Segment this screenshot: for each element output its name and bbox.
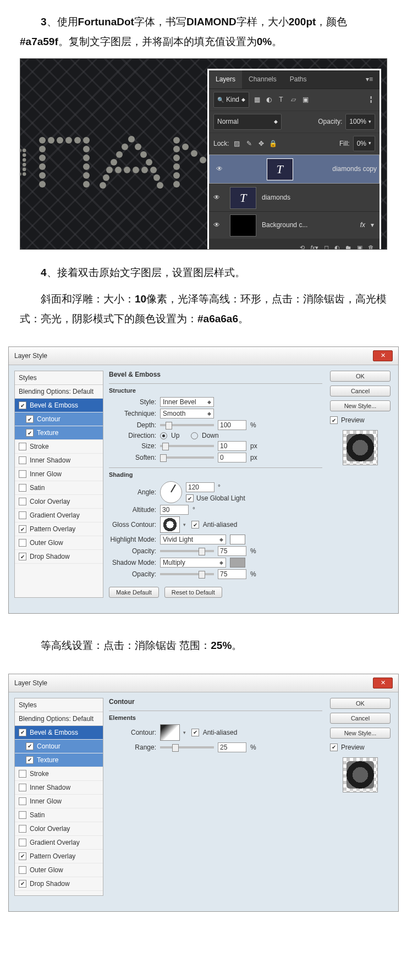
style-item[interactable]: Outer Glow <box>15 863 103 877</box>
visibility-icon[interactable]: 👁 <box>209 219 224 232</box>
style-item[interactable]: Stroke <box>15 767 103 781</box>
adjustment-layer-icon[interactable]: ◐ <box>334 242 340 250</box>
style-checkbox[interactable] <box>19 880 26 888</box>
group-icon[interactable]: 🖿 <box>345 242 351 250</box>
layer-row[interactable]: 👁Tdiamonds <box>209 184 380 211</box>
angle-dial[interactable] <box>160 481 182 503</box>
layer-row[interactable]: 👁Tdiamonds copy <box>209 155 380 184</box>
blending-options[interactable]: Blending Options: Default <box>15 712 103 726</box>
style-checkbox[interactable] <box>19 553 26 560</box>
style-checkbox[interactable] <box>19 511 26 519</box>
range-field[interactable]: 25 <box>218 742 246 752</box>
style-item[interactable]: Gradient Overlay <box>15 509 103 522</box>
shadow-opacity-field[interactable]: 75 <box>218 569 246 579</box>
reset-default-button[interactable]: Reset to Default <box>164 587 222 598</box>
style-checkbox[interactable] <box>19 825 26 833</box>
visibility-icon[interactable]: 👁 <box>209 191 224 204</box>
filter-shape-icon[interactable]: ▱ <box>289 93 298 106</box>
new-style-button[interactable]: New Style... <box>330 728 391 739</box>
lock-all-icon[interactable]: 🔒 <box>269 137 278 150</box>
shadow-color-swatch[interactable] <box>230 558 245 568</box>
direction-up-radio[interactable] <box>160 432 167 439</box>
style-checkbox[interactable] <box>26 429 34 437</box>
style-item[interactable]: Inner Shadow <box>15 781 103 795</box>
lock-paint-icon[interactable]: ✎ <box>245 137 254 150</box>
size-slider[interactable] <box>160 445 214 447</box>
style-item[interactable]: Contour <box>15 412 103 426</box>
layer-row[interactable]: 👁Background c...fx▾ <box>209 211 380 239</box>
style-checkbox[interactable] <box>19 539 26 547</box>
soften-slider[interactable] <box>160 456 214 459</box>
style-checkbox[interactable] <box>19 784 26 791</box>
style-item[interactable]: Pattern Overlay <box>15 522 103 536</box>
visibility-icon[interactable]: 👁 <box>212 163 227 175</box>
blend-mode-select[interactable]: Normal◆ <box>213 114 282 130</box>
global-light-checkbox[interactable] <box>186 494 194 502</box>
style-item[interactable]: Gradient Overlay <box>15 836 103 850</box>
style-item[interactable]: Satin <box>15 808 103 822</box>
contour-aa-checkbox[interactable] <box>191 729 199 736</box>
close-button[interactable]: ✕ <box>373 678 393 689</box>
tab-channels[interactable]: Channels <box>242 70 283 89</box>
style-select[interactable]: Inner Bevel◆ <box>160 397 214 407</box>
close-button[interactable]: ✕ <box>373 350 393 361</box>
style-checkbox[interactable] <box>26 756 34 764</box>
delete-layer-icon[interactable]: 🗑 <box>368 242 374 250</box>
style-item[interactable]: Pattern Overlay <box>15 850 103 863</box>
fx-icon[interactable]: fx <box>360 219 365 232</box>
highlight-color-swatch[interactable] <box>230 535 245 544</box>
style-item[interactable]: Drop Shadow <box>15 550 103 564</box>
style-item[interactable]: Inner Glow <box>15 467 103 481</box>
style-item[interactable]: Outer Glow <box>15 536 103 550</box>
style-checkbox[interactable] <box>19 470 26 478</box>
style-checkbox[interactable] <box>19 866 26 874</box>
new-layer-icon[interactable]: ▣ <box>357 242 362 250</box>
opacity-field[interactable]: 100%▾ <box>345 114 375 130</box>
highlight-opacity-field[interactable]: 75 <box>218 546 246 556</box>
style-checkbox[interactable] <box>19 456 26 464</box>
styles-header[interactable]: Styles <box>15 698 103 712</box>
lock-transparent-icon[interactable]: ▨ <box>233 137 241 150</box>
angle-field[interactable]: 120 <box>186 482 215 492</box>
highlight-mode-select[interactable]: Vivid Light◆ <box>160 535 226 544</box>
ok-button[interactable]: OK <box>330 698 391 709</box>
highlight-opacity-slider[interactable] <box>160 550 214 552</box>
filter-toggle-icon[interactable]: ╏ <box>366 93 375 106</box>
direction-down-radio[interactable] <box>191 432 198 439</box>
filter-type-icon[interactable]: T <box>277 93 285 106</box>
style-item[interactable]: Bevel & Emboss <box>15 399 103 412</box>
style-checkbox[interactable] <box>19 498 26 505</box>
style-checkbox[interactable] <box>19 443 26 450</box>
size-field[interactable]: 10 <box>218 441 246 451</box>
style-checkbox[interactable] <box>19 525 26 533</box>
style-item[interactable]: Color Overlay <box>15 495 103 509</box>
style-item[interactable]: Drop Shadow <box>15 877 103 891</box>
style-item[interactable]: Satin <box>15 481 103 495</box>
make-default-button[interactable]: Make Default <box>109 587 159 598</box>
filter-adjust-icon[interactable]: ◐ <box>265 93 273 106</box>
technique-select[interactable]: Smooth◆ <box>160 409 214 419</box>
range-slider[interactable] <box>160 746 214 748</box>
style-checkbox[interactable] <box>19 839 26 846</box>
preview-checkbox[interactable] <box>330 744 338 751</box>
layer-mask-icon[interactable]: ◻ <box>324 242 329 250</box>
depth-slider[interactable] <box>160 424 214 426</box>
style-item[interactable]: Inner Glow <box>15 795 103 808</box>
styles-header[interactable]: Styles <box>15 371 103 385</box>
style-item[interactable]: Color Overlay <box>15 822 103 836</box>
style-checkbox[interactable] <box>19 484 26 492</box>
shadow-opacity-slider[interactable] <box>160 573 214 575</box>
filter-smart-icon[interactable]: ▣ <box>301 93 310 106</box>
lock-position-icon[interactable]: ✥ <box>257 137 266 150</box>
tab-paths[interactable]: Paths <box>283 70 314 89</box>
style-checkbox[interactable] <box>19 797 26 805</box>
soften-field[interactable]: 0 <box>218 453 246 463</box>
layer-fx-icon[interactable]: fx▾ <box>310 242 318 250</box>
style-item[interactable]: Texture <box>15 426 103 440</box>
gloss-aa-checkbox[interactable] <box>191 521 199 528</box>
cancel-button[interactable]: Cancel <box>330 386 391 397</box>
cancel-button[interactable]: Cancel <box>330 713 391 724</box>
chevron-down-icon[interactable]: ▾ <box>371 219 374 232</box>
filter-pixel-icon[interactable]: ▦ <box>252 93 261 106</box>
link-layers-icon[interactable]: ⟲ <box>300 242 305 250</box>
